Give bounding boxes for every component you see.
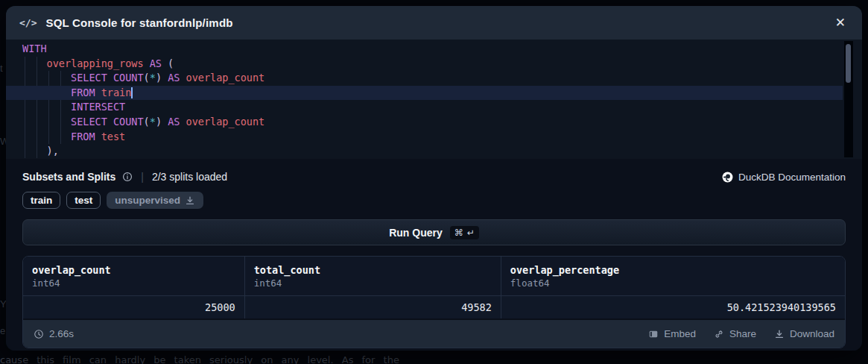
code-token: SELECT — [71, 72, 107, 84]
code-token — [95, 131, 101, 142]
code-token: * — [150, 72, 156, 84]
code-line[interactable]: INTERSECT — [6, 100, 862, 115]
code-line[interactable]: overlapping_rows AS ( — [6, 57, 862, 72]
duckdb-doc-label: DuckDB Documentation — [738, 172, 846, 183]
split-chip-label: train — [31, 195, 52, 206]
code-token — [22, 145, 47, 157]
code-token — [107, 72, 113, 84]
code-token: train — [101, 87, 132, 98]
code-token: AS — [168, 72, 180, 84]
background-edge-letter: e — [0, 325, 6, 336]
column-name: overlap_percentage — [510, 264, 836, 276]
text-cursor — [131, 87, 133, 98]
code-token — [22, 57, 47, 69]
column-header-overlap_percentage: overlap_percentagefloat64 — [501, 257, 845, 295]
action-label: Share — [729, 328, 756, 339]
duckdb-logo-icon — [722, 172, 733, 183]
screen: cause this film can hardly be taken seri… — [0, 0, 868, 364]
code-token — [22, 131, 71, 142]
column-type: int64 — [254, 277, 492, 289]
code-line-active[interactable]: FROM train — [6, 86, 843, 101]
column-name: total_count — [254, 264, 492, 276]
results-table-header: overlap_countint64total_countint64overla… — [23, 257, 845, 295]
results-table: overlap_countint64total_countint64overla… — [22, 256, 846, 348]
code-token: FROM — [71, 87, 95, 98]
split-chip-label: test — [75, 195, 92, 206]
code-line[interactable]: WITH — [6, 42, 862, 57]
embed-icon — [648, 329, 659, 339]
code-token — [22, 72, 71, 84]
code-token — [180, 116, 186, 128]
query-duration-value: 2.66s — [49, 328, 74, 339]
splits-chips: traintestunsupervised — [22, 192, 846, 209]
code-token: AS — [150, 57, 162, 69]
code-line[interactable]: SELECT COUNT(*) AS overlap_count — [6, 71, 862, 86]
background-edge-letter: W — [0, 136, 6, 147]
download-button[interactable]: Download — [774, 328, 834, 339]
code-token: WITH — [22, 43, 47, 54]
splits-heading: Subsets and Splits — [22, 171, 115, 183]
download-icon — [774, 329, 785, 339]
code-token: test — [101, 131, 126, 142]
code-icon: </> — [19, 17, 37, 28]
splits-row: Subsets and Splits | 2/3 splits loaded — [22, 168, 846, 186]
split-chip-test[interactable]: test — [66, 192, 101, 209]
code-token: INTERSECT — [71, 101, 125, 113]
duckdb-doc-link[interactable]: DuckDB Documentation — [722, 172, 846, 183]
code-token: ) — [156, 116, 162, 128]
code-token: ( — [144, 72, 150, 84]
code-token: ( — [144, 116, 150, 128]
share-button[interactable]: Share — [714, 328, 756, 339]
close-icon[interactable]: ✕ — [832, 13, 849, 32]
column-header-overlap_count: overlap_countint64 — [23, 257, 244, 295]
embed-button[interactable]: Embed — [648, 328, 696, 339]
code-token: overlap_count — [186, 72, 265, 84]
code-line[interactable]: SELECT COUNT(*) AS overlap_count — [6, 115, 862, 130]
run-query-label: Run Query — [389, 227, 443, 239]
code-token: ( — [162, 57, 174, 69]
split-chip-unsupervised[interactable]: unsupervised — [107, 192, 203, 209]
code-token: COUNT — [113, 116, 144, 128]
action-label: Download — [790, 328, 834, 339]
keyboard-shortcut-badge: ⌘↵ — [450, 226, 479, 239]
modal-title: SQL Console for stanfordnlp/imdb — [45, 16, 232, 29]
cell-total_count: 49582 — [244, 296, 501, 318]
modal-header: </> SQL Console for stanfordnlp/imdb ✕ — [6, 6, 862, 40]
editor-scrollbar-thumb[interactable] — [846, 44, 851, 83]
code-line[interactable]: FROM test — [6, 130, 862, 145]
editor-scrollbar[interactable] — [844, 41, 853, 157]
split-chip-train[interactable]: train — [22, 192, 60, 209]
code-token — [162, 72, 168, 84]
run-query-button[interactable]: Run Query ⌘↵ — [22, 219, 846, 245]
divider: | — [139, 171, 145, 183]
code-token: overlap_count — [186, 116, 265, 128]
download-icon — [185, 195, 195, 206]
background-edge-letter: Y — [0, 298, 6, 310]
code-token — [144, 57, 150, 69]
code-token — [22, 116, 71, 128]
split-chip-label: unsupervised — [115, 195, 180, 206]
info-icon[interactable] — [122, 172, 133, 182]
return-key-icon: ↵ — [467, 228, 475, 238]
cmd-key-icon: ⌘ — [454, 228, 463, 238]
sql-console-modal: </> SQL Console for stanfordnlp/imdb ✕ W… — [6, 6, 862, 351]
clock-icon — [34, 329, 44, 339]
column-name: overlap_count — [32, 264, 235, 276]
code-token — [22, 87, 71, 98]
share-icon — [714, 329, 724, 339]
background-edge-letter: t — [0, 63, 6, 74]
modal-body: Subsets and Splits | 2/3 splits loaded — [6, 159, 862, 351]
splits-status: 2/3 splits loaded — [152, 171, 227, 183]
code-token: * — [150, 116, 156, 128]
code-token — [162, 116, 168, 128]
code-token: SELECT — [71, 116, 107, 128]
column-type: int64 — [32, 277, 235, 289]
cell-overlap_percentage: 50.421523940139565 — [501, 296, 845, 318]
code-line[interactable]: ), — [6, 144, 862, 159]
sql-editor[interactable]: WITH overlapping_rows AS ( SELECT COUNT(… — [6, 40, 862, 159]
results-footer: 2.66s EmbedShareDownload — [23, 318, 845, 348]
column-header-total_count: total_countint64 — [244, 257, 501, 295]
column-type: float64 — [510, 277, 836, 289]
background-page-text: cause this film can hardly be taken seri… — [0, 354, 868, 364]
code-token: overlapping_rows — [47, 57, 144, 69]
